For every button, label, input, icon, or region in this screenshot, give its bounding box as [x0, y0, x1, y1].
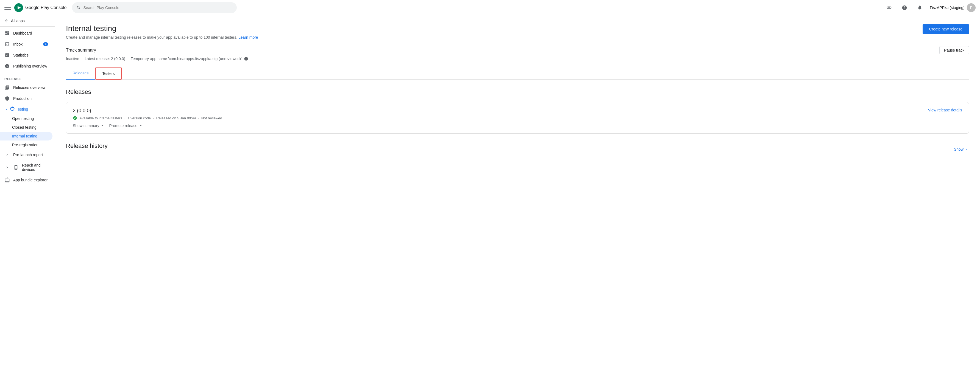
page-subtitle-text: Create and manage internal testing relea… — [66, 35, 237, 40]
sidebar-item-closed-testing[interactable]: Closed testing — [0, 123, 52, 132]
sidebar-item-inbox[interactable]: Inbox 4 — [0, 39, 52, 50]
sidebar-item-app-bundle[interactable]: App bundle explorer — [0, 174, 52, 186]
releases-section-title: Releases — [66, 88, 969, 95]
release-history-title: Release history — [66, 143, 108, 149]
sidebar-item-inbox-label: Inbox — [13, 42, 22, 46]
sidebar: All apps Dashboard Inbox 4 Statisti — [0, 15, 55, 371]
reach-devices-icon — [13, 165, 19, 170]
sidebar-item-statistics[interactable]: Statistics — [0, 50, 52, 61]
user-menu[interactable]: FiszAPPka (staging) F — [930, 3, 975, 12]
track-status: Inactive — [66, 57, 79, 61]
back-arrow-icon — [5, 19, 9, 23]
show-history-button[interactable]: Show — [954, 147, 969, 151]
tab-testers[interactable]: Testers — [95, 68, 122, 79]
tab-bar: Releases Testers — [66, 68, 969, 79]
statistics-icon — [5, 52, 10, 58]
sidebar-item-production-label: Production — [13, 96, 32, 101]
topbar-right: FiszAPPka (staging) F — [884, 2, 975, 13]
latest-release-info: Latest release: 2 (0.0.0) — [84, 57, 125, 61]
help-icon — [902, 5, 907, 10]
search-bar[interactable] — [72, 2, 237, 13]
release-card: 2 (0.0.0) Available to internal testers … — [66, 102, 969, 134]
page-title: Internal testing — [66, 24, 258, 33]
inbox-icon — [5, 41, 10, 47]
all-apps-label: All apps — [11, 19, 25, 23]
sidebar-item-pre-registration-label: Pre-registration — [12, 143, 38, 147]
reach-devices-expand-icon — [5, 165, 10, 170]
page-header-left: Internal testing Create and manage inter… — [66, 24, 258, 40]
publishing-icon — [5, 63, 10, 69]
testing-label: Testing — [16, 107, 28, 111]
page-header: Internal testing Create and manage inter… — [66, 24, 969, 40]
sidebar-item-publishing[interactable]: Publishing overview — [0, 61, 52, 71]
sidebar-item-dashboard[interactable]: Dashboard — [0, 28, 52, 39]
releases-overview-icon — [5, 85, 10, 90]
release-section-label: Release — [0, 74, 55, 82]
view-release-details-link[interactable]: View release details — [928, 108, 962, 112]
sidebar-item-pre-launch-label: Pre-launch report — [13, 152, 43, 157]
app-name: Google Play Console — [25, 5, 67, 10]
dashboard-icon — [5, 30, 10, 36]
sidebar-item-production[interactable]: Production — [0, 93, 52, 104]
meta-dot-2: · — [153, 116, 154, 120]
search-input[interactable] — [83, 5, 233, 10]
track-summary-header: Track summary Pause track — [66, 46, 969, 54]
track-summary-info: Inactive · Latest release: 2 (0.0.0) · T… — [66, 57, 969, 61]
promote-release-button[interactable]: Promote release — [109, 124, 143, 128]
separator-dot-2: · — [127, 57, 129, 61]
sidebar-item-internal-testing-label: Internal testing — [12, 134, 37, 138]
sidebar-item-pre-registration[interactable]: Pre-registration — [0, 141, 52, 149]
avatar: F — [967, 3, 975, 12]
tab-testers-label: Testers — [102, 71, 115, 76]
release-meta: Available to internal testers · 1 versio… — [73, 116, 222, 120]
create-new-release-button[interactable]: Create new release — [923, 24, 969, 34]
promote-release-label: Promote release — [109, 124, 137, 128]
show-chevron-icon — [965, 147, 969, 151]
topbar: Google Play Console FiszAPPka (staging) … — [0, 0, 980, 15]
production-icon — [5, 96, 10, 101]
sidebar-item-app-bundle-label: App bundle explorer — [13, 178, 48, 182]
sidebar-item-open-testing[interactable]: Open testing — [0, 114, 52, 123]
check-circle-icon — [73, 116, 77, 120]
release-available-text: Available to internal testers — [80, 116, 122, 120]
menu-icon[interactable] — [5, 5, 11, 11]
notifications-icon — [917, 5, 923, 10]
sidebar-item-closed-testing-label: Closed testing — [12, 125, 37, 130]
sidebar-item-open-testing-label: Open testing — [12, 116, 34, 121]
release-version: 2 (0.0.0) — [73, 108, 222, 114]
main-nav: Dashboard Inbox 4 Statistics Publishing — [0, 27, 55, 73]
learn-more-link[interactable]: Learn more — [239, 35, 258, 40]
sidebar-item-internal-testing[interactable]: Internal testing — [0, 132, 52, 141]
release-section: Release Releases overview Production — [0, 73, 55, 187]
release-version-code: 1 version code — [127, 116, 151, 120]
page-subtitle: Create and manage internal testing relea… — [66, 35, 258, 40]
link-icon-btn[interactable] — [884, 2, 894, 13]
chevron-down-icon — [100, 124, 105, 128]
notifications-icon-btn[interactable] — [914, 2, 925, 13]
sidebar-item-releases-overview[interactable]: Releases overview — [0, 82, 52, 93]
tab-releases-label: Releases — [73, 71, 88, 75]
play-console-logo-icon — [14, 3, 23, 12]
release-date: Released on 5 Jan 09:44 — [156, 116, 196, 120]
tab-releases[interactable]: Releases — [66, 68, 95, 79]
sidebar-item-reach-devices[interactable]: Reach and devices — [0, 160, 52, 174]
chevron-down-icon — [5, 107, 9, 111]
track-summary-title: Track summary — [66, 48, 96, 53]
pre-launch-expand-icon — [5, 152, 10, 157]
sidebar-item-reach-devices-label: Reach and devices — [22, 163, 48, 172]
show-summary-button[interactable]: Show summary — [73, 124, 105, 128]
sidebar-item-releases-overview-label: Releases overview — [13, 86, 46, 90]
search-icon — [76, 5, 81, 10]
link-icon — [886, 5, 892, 10]
sidebar-item-testing[interactable]: Testing — [0, 104, 52, 114]
sidebar-item-dashboard-label: Dashboard — [13, 31, 32, 35]
sidebar-item-pre-launch[interactable]: Pre-launch report — [0, 149, 52, 160]
release-history-section: Release history Show — [66, 143, 969, 156]
help-icon-btn[interactable] — [899, 2, 910, 13]
main-content: Internal testing Create and manage inter… — [55, 15, 980, 371]
meta-dot-1: · — [124, 116, 126, 120]
release-review-status: Not reviewed — [201, 116, 222, 120]
main-layout: All apps Dashboard Inbox 4 Statisti — [0, 15, 980, 371]
all-apps-link[interactable]: All apps — [0, 15, 55, 27]
pause-track-button[interactable]: Pause track — [939, 46, 969, 54]
